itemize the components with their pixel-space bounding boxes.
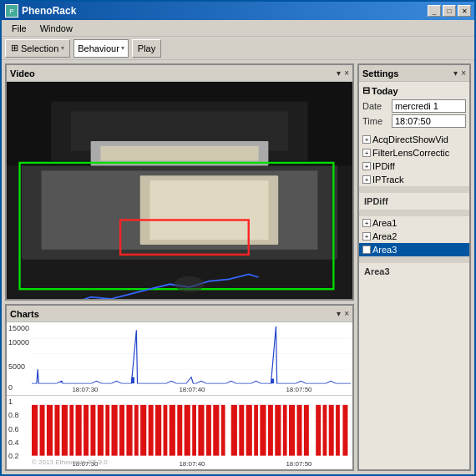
- chart-lower: 1 0.8 0.6 0.4 0.2: [7, 396, 352, 469]
- y-label-08: 0.8: [8, 411, 19, 419]
- date-value: mercredi 1: [392, 99, 466, 113]
- svg-rect-66: [342, 405, 347, 456]
- tree-label-1: FilterLensCorrectic: [372, 148, 449, 158]
- video-scene-svg: [7, 82, 352, 299]
- selection-icon: ⊞: [11, 43, 18, 53]
- minimize-button[interactable]: _: [428, 5, 441, 17]
- svg-rect-44: [177, 405, 182, 456]
- tree-expand-2: +: [362, 162, 371, 170]
- tree-item-1[interactable]: + FilterLensCorrectic: [359, 146, 469, 160]
- behaviour-dropdown[interactable]: Behaviour ▾: [73, 39, 129, 58]
- settings-title: Settings: [362, 68, 398, 78]
- svg-rect-31: [84, 405, 89, 456]
- y-label-10000: 10000: [8, 338, 29, 347]
- svg-rect-61: [304, 405, 309, 456]
- close-button[interactable]: ✕: [458, 5, 471, 17]
- svg-rect-9: [100, 146, 258, 161]
- charts-panel-title: Charts: [10, 309, 39, 319]
- right-panel: Settings ▾ × ⊟ Today Date: [357, 60, 474, 474]
- svg-rect-58: [283, 405, 287, 456]
- svg-rect-62: [316, 405, 321, 456]
- svg-rect-4: [150, 180, 269, 240]
- area-label-0: Area1: [372, 218, 397, 228]
- time-label: Time: [362, 116, 392, 126]
- settings-panel: Settings ▾ × ⊟ Today Date: [357, 63, 471, 471]
- svg-rect-47: [198, 405, 204, 456]
- svg-rect-18: [271, 379, 275, 384]
- area3-section-label: Area3: [359, 263, 469, 280]
- svg-rect-41: [155, 405, 161, 456]
- today-expand-icon: ⊟: [362, 85, 370, 96]
- area-expand-1: +: [362, 232, 371, 241]
- behaviour-label: Behaviour: [78, 43, 119, 53]
- video-pin-button[interactable]: ▾: [337, 68, 341, 78]
- lower-x-label-2: 18:07:50: [286, 460, 311, 468]
- charts-close-button[interactable]: ×: [344, 309, 349, 318]
- svg-rect-17: [131, 377, 134, 384]
- maximize-button[interactable]: □: [443, 5, 456, 17]
- svg-rect-59: [289, 405, 295, 456]
- area-item-0[interactable]: + Area1: [359, 216, 469, 230]
- settings-close-button[interactable]: ×: [461, 68, 466, 78]
- settings-divider-1: [359, 186, 469, 193]
- behaviour-dropdown-arrow: ▾: [121, 44, 124, 52]
- svg-rect-28: [62, 405, 68, 456]
- svg-rect-45: [185, 405, 190, 456]
- svg-rect-50: [221, 405, 225, 456]
- svg-rect-32: [90, 405, 95, 456]
- tree-expand-1: +: [362, 149, 371, 157]
- menu-window[interactable]: Window: [33, 22, 79, 35]
- svg-rect-65: [336, 405, 340, 456]
- svg-rect-36: [119, 405, 124, 456]
- svg-rect-43: [170, 405, 175, 456]
- area-item-1[interactable]: + Area2: [359, 230, 469, 243]
- charts-panel-controls: ▾ ×: [337, 309, 349, 318]
- svg-rect-34: [105, 405, 109, 456]
- y-label-06: 0.6: [8, 425, 19, 433]
- tree-item-2[interactable]: + IPDiff: [359, 160, 469, 173]
- main-content: Video ▾ ×: [2, 60, 474, 474]
- tree-item-0[interactable]: + AcqDirectShowVid: [359, 133, 469, 146]
- svg-rect-42: [164, 405, 168, 456]
- menu-file[interactable]: File: [5, 22, 33, 35]
- svg-rect-35: [112, 405, 118, 456]
- video-panel-header: Video ▾ ×: [7, 65, 352, 82]
- app-window: P PhenoRack _ □ ✕ File Window ⊞ Selectio…: [0, 0, 476, 476]
- settings-divider-3: [359, 256, 469, 263]
- charts-pin-button[interactable]: ▾: [337, 309, 341, 318]
- svg-rect-48: [206, 405, 211, 456]
- lower-chart-svg: [32, 396, 351, 459]
- chart-upper: 15000 10000 5000 0: [7, 322, 352, 396]
- play-button[interactable]: Play: [132, 39, 161, 58]
- app-icon: P: [5, 4, 18, 18]
- lower-x-label-1: 18:07:40: [179, 460, 205, 468]
- tree-label-3: IPTrack: [372, 175, 404, 185]
- menu-bar: File Window: [2, 20, 474, 37]
- selection-button[interactable]: ⊞ Selection ▾: [5, 39, 70, 58]
- upper-x-label-0: 18:07:30: [72, 386, 98, 393]
- svg-rect-49: [213, 405, 219, 456]
- svg-rect-52: [239, 405, 244, 456]
- svg-rect-27: [54, 405, 59, 456]
- date-label: Date: [362, 101, 392, 111]
- selection-dropdown-arrow: ▾: [61, 44, 64, 52]
- svg-rect-25: [40, 405, 45, 456]
- tree-item-3[interactable]: + IPTrack: [359, 173, 469, 186]
- svg-rect-33: [98, 405, 104, 456]
- date-row: Date mercredi 1: [362, 99, 466, 113]
- svg-point-12: [175, 276, 204, 292]
- ipdiff-section-label: IPDiff: [359, 193, 469, 210]
- svg-rect-64: [329, 405, 334, 456]
- today-label: Today: [372, 86, 398, 96]
- video-content: [7, 82, 352, 299]
- tree-label-0: AcqDirectShowVid: [372, 134, 448, 144]
- area-item-2[interactable]: + Area3: [359, 243, 469, 256]
- svg-rect-26: [47, 405, 53, 456]
- svg-rect-54: [254, 405, 258, 456]
- settings-header: Settings ▾ ×: [359, 65, 469, 82]
- settings-pin-button[interactable]: ▾: [453, 68, 458, 78]
- video-close-button[interactable]: ×: [344, 68, 349, 78]
- svg-rect-55: [260, 405, 266, 456]
- today-title: ⊟ Today: [362, 85, 466, 96]
- svg-rect-37: [126, 405, 132, 456]
